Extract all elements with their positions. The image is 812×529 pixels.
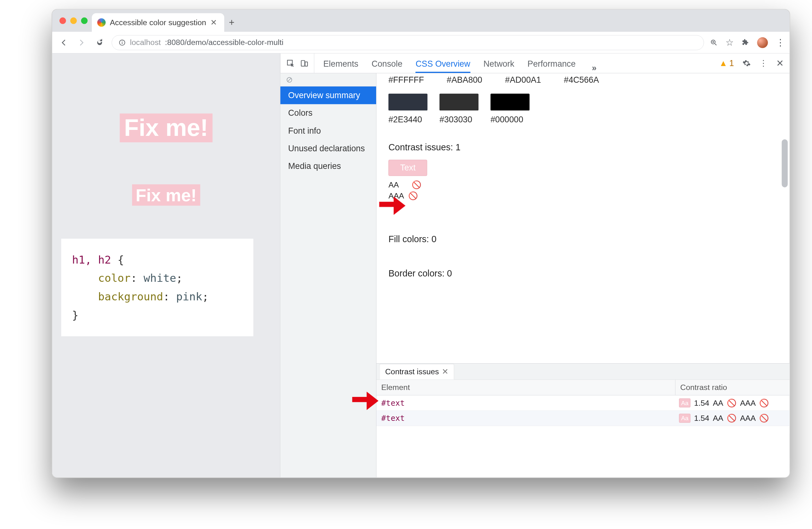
devtools-tab-css-overview[interactable]: CSS Overview [416, 59, 470, 73]
swatch-hex-label: #000000 [491, 115, 530, 125]
issue-element: #text [376, 411, 676, 426]
fail-icon: 🚫 [727, 414, 737, 423]
color-hex-label: #4C566A [564, 75, 599, 85]
scrollbar-thumb[interactable] [782, 139, 788, 187]
sidebar-item[interactable]: Colors [280, 104, 376, 122]
devtools-close-button[interactable]: ✕ [776, 58, 784, 68]
border-colors-heading: Border colors: 0 [388, 269, 778, 278]
color-hex-label: #ABA800 [447, 75, 482, 85]
swatch-hex-label: #2E3440 [388, 115, 427, 125]
fail-icon: 🚫 [759, 414, 769, 423]
aa-label: AA [713, 398, 723, 408]
swatch-box [388, 94, 427, 110]
color-hex-label: #FFFFFF [388, 75, 424, 85]
issue-row[interactable]: #textAa1.54AA🚫AAA🚫 [376, 395, 790, 411]
devtools-warning-badge[interactable]: ▲ 1 [719, 58, 734, 68]
omnibox-path: :8080/demo/accessible-color-multi [165, 38, 284, 47]
css-overview-main: #FFFFFF#ABA800#AD00A1#4C566A #2E3440#303… [376, 73, 790, 477]
devtools-more-menu-icon[interactable]: ⋮ [759, 58, 768, 68]
contrast-text-chip[interactable]: Text [388, 160, 427, 176]
color-swatch[interactable]: #2E3440 [388, 94, 427, 124]
color-swatch[interactable]: #303030 [439, 94, 478, 124]
issue-ratio-cell: Aa1.54AA🚫AAA🚫 [676, 395, 790, 411]
svg-line-4 [715, 43, 716, 45]
window-minimize-button[interactable] [70, 17, 77, 24]
warning-triangle-icon: ▲ [719, 58, 727, 68]
chrome-menu-icon[interactable]: ⋮ [776, 37, 784, 47]
toolbar-right: ☆ ⋮ [710, 37, 784, 48]
browser-window: Accessible color suggestion ✕ + localhos… [52, 9, 790, 478]
column-contrast-ratio: Contrast ratio [676, 380, 790, 395]
aaa-label: AAA [740, 398, 756, 408]
nav-back-button[interactable] [58, 37, 70, 48]
demo-heading-1: Fix me! [120, 114, 212, 142]
devtools-tabbar: Elements Console CSS Overview Network Pe… [280, 54, 790, 73]
swatch-hex-label: #303030 [439, 115, 478, 125]
svg-rect-1 [122, 42, 122, 44]
demo-heading-2: Fix me! [132, 184, 200, 206]
devtools-tab-elements[interactable]: Elements [323, 59, 358, 73]
color-hex-label: #AD00A1 [505, 75, 541, 85]
devtools-tab-network[interactable]: Network [483, 59, 514, 73]
favicon-icon [97, 18, 106, 27]
devtools-settings-icon[interactable] [742, 59, 751, 68]
omnibox[interactable]: localhost:8080/demo/accessible-color-mul… [112, 35, 704, 50]
tab-close-button[interactable]: ✕ [211, 18, 217, 27]
aaa-label: AAA [740, 414, 756, 423]
tab-title: Accessible color suggestion [110, 18, 206, 27]
swatch-box [439, 94, 478, 110]
new-tab-button[interactable]: + [224, 13, 239, 32]
contrast-rating-block: AA 🚫 AAA🚫 [388, 180, 778, 201]
contrast-ratio-value: 1.54 [694, 414, 709, 423]
svg-rect-8 [301, 60, 305, 66]
devtools-tab-performance[interactable]: Performance [527, 59, 576, 73]
devtools-tabs-overflow-icon[interactable]: » [592, 63, 597, 73]
contrast-issues-panel: Contrast issues ✕ Element Contrast ratio… [376, 363, 790, 477]
bookmark-star-icon[interactable]: ☆ [726, 37, 734, 47]
issue-ratio-cell: Aa1.54AA🚫AAA🚫 [676, 411, 790, 426]
fail-icon: 🚫 [727, 398, 737, 408]
browser-toolbar: localhost:8080/demo/accessible-color-mul… [52, 32, 789, 54]
svg-rect-2 [122, 41, 122, 41]
swatch-box [491, 94, 530, 110]
css-overview-sidebar: Overview summaryColorsFont infoUnused de… [280, 73, 376, 477]
nav-forward-button[interactable] [75, 37, 87, 48]
contrast-issues-tab[interactable]: Contrast issues ✕ [380, 364, 454, 380]
device-toggle-icon[interactable] [300, 59, 309, 68]
window-traffic-lights [57, 10, 92, 32]
sidebar-clear-icon[interactable] [280, 73, 376, 86]
fail-icon: 🚫 [408, 190, 418, 201]
page-viewport: Fix me! Fix me! h1, h2 { color: white; b… [52, 54, 280, 477]
swatch-icon: Aa [679, 414, 690, 423]
window-close-button[interactable] [59, 17, 66, 24]
zoom-icon[interactable] [710, 39, 718, 46]
issue-element: #text [376, 395, 676, 411]
sidebar-item[interactable]: Unused declarations [280, 140, 376, 157]
issues-table-header: Element Contrast ratio [376, 380, 790, 396]
devtools-tab-console[interactable]: Console [372, 59, 402, 73]
close-icon[interactable]: ✕ [442, 367, 448, 376]
issue-row[interactable]: #textAa1.54AA🚫AAA🚫 [376, 411, 790, 426]
sidebar-item[interactable]: Overview summary [280, 86, 376, 104]
contrast-ratio-value: 1.54 [694, 398, 709, 408]
window-zoom-button[interactable] [81, 17, 88, 24]
nav-reload-button[interactable] [94, 37, 106, 48]
contrast-issues-heading: Contrast issues: 1 [388, 142, 778, 152]
fill-colors-heading: Fill colors: 0 [388, 234, 778, 244]
inspect-icon[interactable] [287, 59, 295, 68]
fail-icon: 🚫 [412, 180, 421, 190]
devtools-panel: Elements Console CSS Overview Network Pe… [280, 54, 790, 477]
svg-rect-9 [305, 62, 307, 66]
tab-strip: Accessible color suggestion ✕ + [52, 10, 789, 32]
demo-code-block: h1, h2 { color: white; background: pink;… [61, 239, 253, 336]
sidebar-item[interactable]: Media queries [280, 157, 376, 175]
omnibox-host: localhost [130, 38, 161, 47]
sidebar-item[interactable]: Font info [280, 122, 376, 140]
color-swatch[interactable]: #000000 [491, 94, 530, 124]
extensions-icon[interactable] [742, 39, 750, 46]
profile-avatar[interactable] [757, 37, 768, 48]
swatch-icon: Aa [679, 399, 690, 408]
svg-line-11 [287, 78, 291, 82]
column-element: Element [376, 380, 676, 395]
browser-tab[interactable]: Accessible color suggestion ✕ [92, 13, 224, 32]
